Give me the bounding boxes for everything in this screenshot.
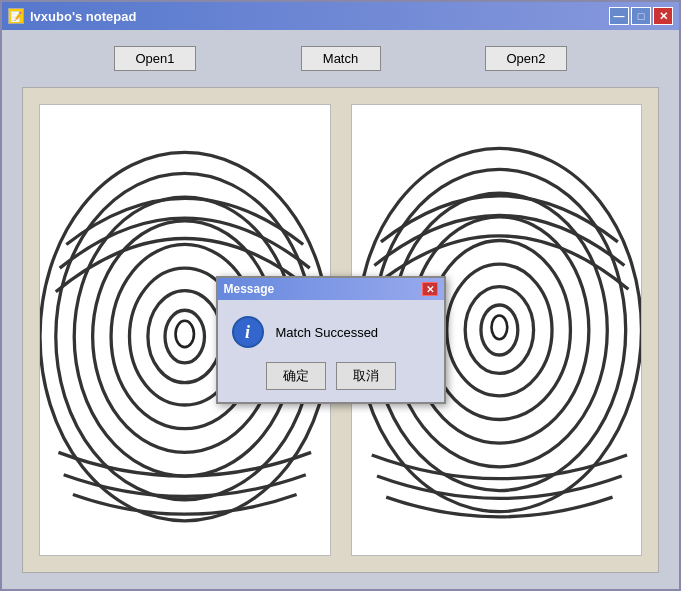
main-window: 📝 lvxubo's notepad — □ ✕ Open1 Match Ope… — [0, 0, 681, 591]
info-icon: i — [232, 316, 264, 348]
main-content: Open1 Match Open2 — [2, 30, 679, 589]
close-button[interactable]: ✕ — [653, 7, 673, 25]
dialog-body: i Match Successed 确定 取消 — [218, 300, 444, 402]
titlebar-buttons: — □ ✕ — [609, 7, 673, 25]
minimize-button[interactable]: — — [609, 7, 629, 25]
window-title: lvxubo's notepad — [30, 9, 609, 24]
message-dialog: Message ✕ i Match Successed 确定 取消 — [216, 276, 446, 404]
maximize-button[interactable]: □ — [631, 7, 651, 25]
window-icon: 📝 — [8, 8, 24, 24]
toolbar: Open1 Match Open2 — [22, 46, 659, 71]
titlebar: 📝 lvxubo's notepad — □ ✕ — [2, 2, 679, 30]
images-area: Message ✕ i Match Successed 确定 取消 — [22, 87, 659, 573]
cancel-button[interactable]: 取消 — [336, 362, 396, 390]
match-button[interactable]: Match — [301, 46, 381, 71]
confirm-button[interactable]: 确定 — [266, 362, 326, 390]
dialog-buttons: 确定 取消 — [232, 362, 430, 390]
dialog-message-row: i Match Successed — [232, 316, 430, 348]
dialog-message: Match Successed — [276, 325, 379, 340]
open2-button[interactable]: Open2 — [485, 46, 566, 71]
dialog-title: Message — [224, 282, 418, 296]
dialog-titlebar: Message ✕ — [218, 278, 444, 300]
dialog-close-button[interactable]: ✕ — [422, 282, 438, 296]
open1-button[interactable]: Open1 — [114, 46, 195, 71]
